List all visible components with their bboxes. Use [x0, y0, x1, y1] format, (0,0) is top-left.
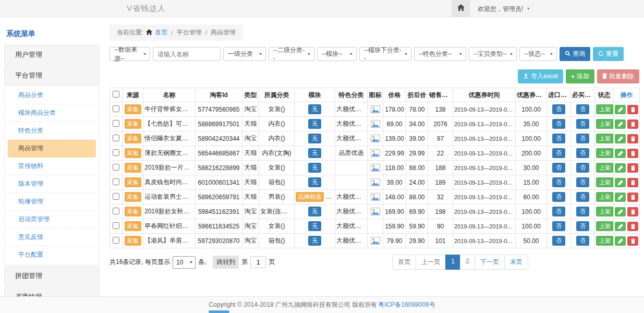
add-button[interactable]: + 添加 — [566, 69, 594, 83]
edit-button[interactable] — [615, 178, 626, 187]
batch-delete-button[interactable]: 批量删除 — [597, 69, 639, 83]
row-checkbox[interactable] — [113, 120, 119, 127]
edit-button[interactable] — [615, 119, 626, 129]
horizontal-scrollbar-thumb[interactable] — [209, 310, 229, 313]
edit-button[interactable] — [615, 222, 626, 231]
sidebar-subitem-0[interactable]: 商品分类 — [8, 87, 96, 104]
row-checkbox[interactable] — [113, 164, 119, 171]
delete-button[interactable] — [627, 222, 638, 231]
filter-select-7[interactable]: --状态-- ▼ — [519, 47, 557, 61]
sidebar-subitem-7[interactable]: 启动页管理 — [8, 211, 96, 228]
import-choice-toggle[interactable]: 否 — [552, 236, 565, 246]
sidebar-subitem-8[interactable]: 意见反馈 — [8, 228, 96, 246]
user-menu[interactable]: 欢迎您，管理员! ▼ — [478, 5, 530, 14]
delete-button[interactable] — [627, 192, 638, 202]
sidebar-subitem-1[interactable]: 模块商品分类 — [8, 104, 96, 122]
filter-select-0[interactable]: --数据来源-- ▼ — [110, 47, 150, 61]
filter-select-4[interactable]: --模块下分类-- ▼ — [359, 47, 411, 61]
edit-button[interactable] — [615, 134, 626, 143]
sidebar-item-1[interactable]: 平台管理 — [4, 66, 100, 86]
filter-select-3[interactable]: --模块-- ▼ — [317, 47, 357, 61]
edit-button[interactable] — [615, 163, 626, 173]
import-choice-toggle[interactable]: 否 — [552, 104, 565, 114]
status-button[interactable]: 上架 — [596, 163, 614, 173]
sidebar-subitem-2[interactable]: 特色分类 — [8, 122, 96, 140]
delete-button[interactable] — [627, 178, 638, 187]
name-search-input[interactable] — [153, 47, 221, 61]
delete-button[interactable] — [627, 163, 638, 173]
pager-button-1[interactable]: 上一页 — [416, 255, 446, 270]
status-button[interactable]: 上架 — [596, 134, 614, 143]
delete-button[interactable] — [627, 119, 638, 129]
row-checkbox[interactable] — [113, 178, 119, 185]
import-choice-toggle[interactable]: 否 — [552, 148, 565, 158]
pager-button-0[interactable]: 首页 — [392, 255, 416, 270]
sidebar-subitem-6[interactable]: 轮播管理 — [8, 193, 96, 211]
filter-select-6[interactable]: --宝贝类型-- ▼ — [469, 47, 517, 61]
import-choice-toggle[interactable]: 否 — [552, 207, 565, 216]
pager-button-4[interactable]: 下一页 — [475, 255, 505, 270]
per-page-select[interactable]: 10 ▼ — [173, 256, 196, 269]
sidebar-bottom-item-0[interactable]: 拼团管理 — [4, 266, 100, 286]
row-checkbox[interactable] — [113, 237, 119, 244]
delete-button[interactable] — [627, 105, 638, 114]
row-checkbox[interactable] — [113, 135, 119, 141]
import-choice-toggle[interactable]: 否 — [552, 192, 565, 202]
must-buy-toggle[interactable]: 否 — [576, 134, 589, 143]
delete-button[interactable] — [627, 149, 638, 158]
must-buy-toggle[interactable]: 否 — [576, 163, 589, 173]
sidebar-subitem-9[interactable]: 平台配置 — [8, 246, 96, 263]
import-choice-toggle[interactable]: 否 — [552, 119, 565, 129]
row-checkbox[interactable] — [113, 149, 119, 156]
row-checkbox[interactable] — [113, 193, 119, 200]
status-button[interactable]: 上架 — [596, 104, 614, 114]
row-checkbox[interactable] — [113, 222, 119, 229]
must-buy-toggle[interactable]: 否 — [576, 119, 589, 129]
sidebar-subitem-4[interactable]: 宣传物料 — [8, 158, 96, 175]
pager-button-5[interactable]: 末页 — [504, 255, 528, 270]
filter-select-2[interactable]: --二级分类-- ▼ — [269, 47, 314, 61]
must-buy-toggle[interactable]: 否 — [576, 177, 589, 187]
edit-button[interactable] — [615, 207, 626, 216]
sidebar-subitem-5[interactable]: 版本管理 — [8, 175, 96, 193]
row-checkbox[interactable] — [113, 105, 119, 112]
jump-page-input[interactable] — [250, 256, 266, 268]
select-all-checkbox[interactable] — [113, 91, 119, 98]
filter-select-1[interactable]: 一级分类 ▼ — [223, 47, 266, 61]
delete-button[interactable] — [627, 236, 638, 246]
filter-select-5[interactable]: --特色分类-- ▼ — [414, 47, 466, 61]
import-choice-toggle[interactable]: 否 — [552, 221, 565, 231]
row-checkbox[interactable] — [113, 208, 119, 214]
pager-button-2[interactable]: 1 — [445, 255, 460, 270]
must-buy-toggle[interactable]: 否 — [576, 207, 589, 216]
edit-button[interactable] — [615, 149, 626, 158]
edit-button[interactable] — [615, 236, 626, 246]
status-button[interactable]: 上架 — [596, 221, 614, 231]
breadcrumb-home-link[interactable]: 首页 — [155, 28, 167, 37]
search-button[interactable]: 查询 — [560, 47, 590, 61]
status-button[interactable]: 上架 — [596, 119, 614, 129]
import-choice-toggle[interactable]: 否 — [552, 177, 565, 187]
sidebar-subitem-3[interactable]: 商品管理 — [8, 140, 96, 158]
pager-button-3[interactable]: 2 — [460, 255, 475, 270]
must-buy-toggle[interactable]: 否 — [576, 148, 589, 158]
must-buy-toggle[interactable]: 否 — [576, 104, 589, 114]
edit-button[interactable] — [615, 105, 626, 114]
delete-button[interactable] — [627, 134, 638, 143]
reset-button[interactable]: 重置 — [593, 47, 624, 61]
status-button[interactable]: 上架 — [596, 148, 614, 158]
delete-button[interactable] — [627, 207, 638, 216]
status-button[interactable]: 上架 — [596, 236, 614, 246]
home-button[interactable] — [452, 0, 470, 17]
icp-link[interactable]: 粤ICP备16098006号 — [378, 300, 435, 309]
must-buy-toggle[interactable]: 否 — [576, 192, 589, 202]
status-button[interactable]: 上架 — [596, 177, 614, 187]
import-choice-toggle[interactable]: 否 — [552, 163, 565, 173]
status-button[interactable]: 上架 — [596, 192, 614, 202]
must-buy-toggle[interactable]: 否 — [576, 221, 589, 231]
jump-button[interactable]: 跳转到 — [213, 256, 239, 269]
edit-button[interactable] — [615, 192, 626, 202]
sidebar-item-0[interactable]: 用户管理 — [4, 45, 100, 65]
status-button[interactable]: 上架 — [596, 207, 614, 216]
import-choice-toggle[interactable]: 否 — [552, 134, 565, 143]
